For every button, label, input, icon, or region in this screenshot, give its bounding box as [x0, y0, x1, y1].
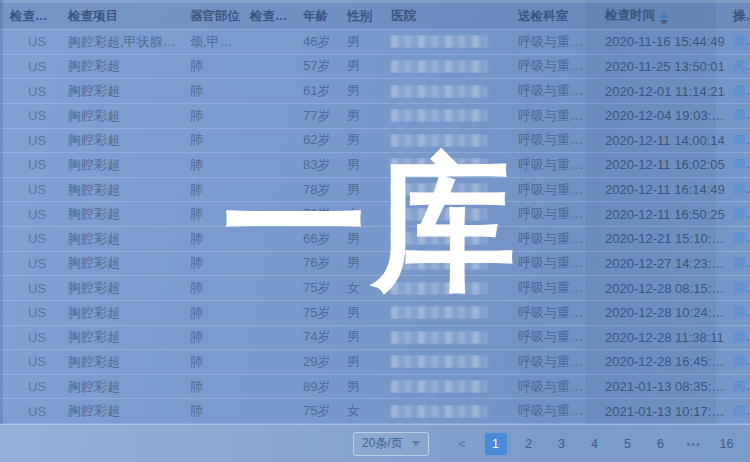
organ-cell: 肺: [180, 328, 240, 346]
exam-time-header-label: 检查时间: [605, 8, 655, 22]
view-images-link[interactable]: 阅片: [733, 230, 750, 245]
pagination-bar: 20条/页 < 123456•••16: [0, 424, 750, 462]
page-number-button[interactable]: 3: [551, 433, 573, 455]
organ-cell: 肺: [180, 107, 240, 125]
view-images-link[interactable]: 阅片: [733, 58, 750, 73]
exam-item-cell: 胸腔彩超: [58, 205, 180, 223]
view-images-link[interactable]: 阅片: [733, 255, 750, 270]
gender-cell: 女: [337, 402, 381, 420]
gender-cell: 男: [337, 230, 381, 248]
organ-cell: 肺: [180, 181, 240, 199]
page-number-button[interactable]: 6: [650, 433, 672, 455]
gender-cell: 男: [337, 304, 381, 322]
exam-time-cell: 2020-12-11 16:02:05: [595, 157, 725, 172]
exam-item-cell: 胸腔彩超: [58, 156, 180, 174]
column-header-exam-type: 检查类型: [0, 8, 58, 25]
table-row: US 胸腔彩超 肺 75岁 男 呼吸与重症医... 2020-12-28 10:…: [0, 301, 750, 326]
exam-type-cell: US: [0, 59, 58, 74]
gender-cell: 男: [337, 82, 381, 100]
exam-time-cell: 2020-12-01 11:14:21: [595, 84, 725, 99]
hospital-redaction-block: [391, 306, 487, 319]
exam-item-cell: 胸腔彩超: [58, 82, 180, 100]
age-cell: 74岁: [293, 328, 337, 346]
view-images-link[interactable]: 阅片: [733, 83, 750, 98]
view-images-link[interactable]: 阅片: [733, 280, 750, 295]
table-row: US 胸腔彩超,甲状腺彩超 颈,甲状... 46岁 男 呼吸与重症医... 20…: [0, 30, 750, 55]
actions-cell: 阅片: [725, 206, 750, 223]
view-images-link[interactable]: 阅片: [733, 304, 750, 319]
age-cell: 29岁: [293, 353, 337, 371]
age-cell: 89岁: [293, 378, 337, 396]
exam-item-cell: 胸腔彩超: [58, 57, 180, 75]
actions-cell: 阅片: [725, 304, 750, 321]
department-cell: 呼吸与重症医...: [508, 378, 595, 396]
page-number-button[interactable]: 4: [584, 433, 606, 455]
view-images-link[interactable]: 阅片: [733, 353, 750, 368]
age-cell: 75岁: [293, 304, 337, 322]
exam-time-cell: 2020-12-11 16:14:49: [595, 182, 725, 197]
actions-cell: 阅片: [725, 255, 750, 272]
view-images-link[interactable]: 阅片: [733, 33, 750, 48]
exam-item-cell: 胸腔彩超: [58, 107, 180, 125]
hospital-redaction-block: [391, 355, 487, 368]
actions-cell: 阅片: [725, 58, 750, 75]
table-row: US 胸腔彩超 肺 77岁 男 呼吸与重症医... 2020-12-04 19:…: [0, 104, 750, 129]
age-cell: 83岁: [293, 156, 337, 174]
hospital-cell: [381, 282, 508, 295]
hospital-redaction-block: [391, 158, 487, 171]
gender-cell: 男: [337, 254, 381, 272]
table-row: US 胸腔彩超 肺 66岁 男 呼吸与重症医... 2020-12-21 15:…: [0, 227, 750, 252]
actions-cell: 阅片: [725, 378, 750, 395]
page-number-button[interactable]: 1: [485, 433, 507, 455]
actions-cell: 阅片: [725, 132, 750, 149]
view-images-link[interactable]: 阅片: [733, 329, 750, 344]
view-images-link[interactable]: 阅片: [733, 378, 750, 393]
column-header-exam-time[interactable]: 检查时间: [595, 7, 725, 25]
exam-time-cell: 2020-12-11 14:00:14: [595, 133, 725, 148]
actions-cell: 阅片: [725, 181, 750, 198]
hospital-cell: [381, 232, 508, 245]
view-images-link[interactable]: 阅片: [733, 132, 750, 147]
department-cell: 呼吸与重症医...: [508, 57, 595, 75]
exam-item-cell: 胸腔彩超: [58, 230, 180, 248]
department-cell: 呼吸与重症医...: [508, 402, 595, 420]
page-number-button[interactable]: 2: [518, 433, 540, 455]
view-images-link[interactable]: 阅片: [733, 181, 750, 196]
view-images-link[interactable]: 阅片: [733, 403, 750, 418]
hospital-cell: [381, 306, 508, 319]
page-size-select[interactable]: 20条/页: [353, 432, 429, 456]
page-number-button[interactable]: 5: [617, 433, 639, 455]
table-row: US 胸腔彩超 肺 61岁 男 呼吸与重症医... 2020-12-01 11:…: [0, 79, 750, 104]
gender-cell: 男: [337, 181, 381, 199]
department-cell: 呼吸与重症医...: [508, 156, 595, 174]
exam-time-cell: 2020-12-27 14:23:04: [595, 256, 725, 271]
view-images-link[interactable]: 阅片: [733, 107, 750, 122]
page-number-button[interactable]: 16: [716, 433, 738, 455]
exam-item-cell: 胸腔彩超: [58, 131, 180, 149]
column-header-organ: 器官部位: [180, 8, 240, 25]
prev-page-button[interactable]: <: [451, 436, 473, 451]
table-row: US 胸腔彩超 肺 83岁 男 呼吸与重症医... 2020-12-11 16:…: [0, 153, 750, 178]
page-ellipsis[interactable]: •••: [683, 433, 705, 455]
column-header-gender: 性别: [337, 8, 381, 25]
view-images-link[interactable]: 阅片: [733, 206, 750, 221]
column-header-method: 检查方法: [240, 8, 293, 25]
exam-item-cell: 胸腔彩超: [58, 254, 180, 272]
sort-icon[interactable]: [660, 13, 668, 25]
hospital-cell: [381, 85, 508, 98]
actions-cell: 阅片: [725, 403, 750, 420]
department-cell: 呼吸与重症医...: [508, 304, 595, 322]
hospital-redaction-block: [391, 282, 487, 295]
hospital-redaction-block: [391, 405, 487, 418]
age-cell: 76岁: [293, 254, 337, 272]
sort-ascending-icon: [660, 13, 668, 18]
hospital-redaction-block: [391, 134, 487, 147]
exam-time-cell: 2020-11-25 13:50:01: [595, 59, 725, 74]
gender-cell: 男: [337, 378, 381, 396]
exam-time-cell: 2020-12-11 16:50:25: [595, 207, 725, 222]
gender-cell: 男: [337, 107, 381, 125]
view-images-link[interactable]: 阅片: [733, 156, 750, 171]
organ-cell: 颈,甲状...: [180, 33, 240, 51]
sort-descending-icon: [660, 20, 668, 25]
exam-time-cell: 2021-01-13 10:17:16: [595, 404, 725, 419]
